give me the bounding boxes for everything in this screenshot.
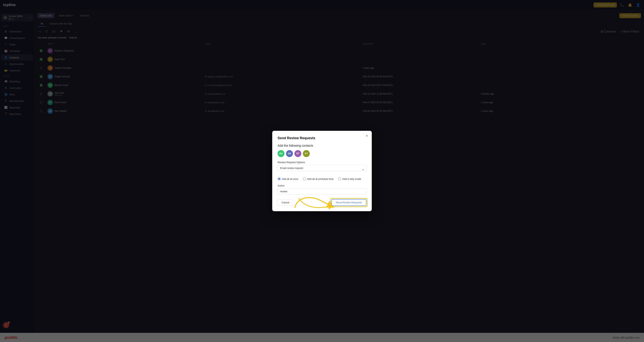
contact-avatar-kt: KT [303,150,310,157]
review-options-select-wrapper: Email review request [278,165,366,174]
cancel-button[interactable]: Cancel [278,199,293,206]
action-label: Action [278,184,366,187]
contact-avatars-row: MS DS RT KT [278,150,366,157]
radio-group: Add all at once Add all at schedule time… [278,177,366,180]
modal-footer: Cancel Send Review Requests [278,199,366,206]
send-button-wrapper: Send Review Requests [332,199,366,206]
modal-title: Send Review Requests [278,136,366,140]
review-options-label: Review Request Options [278,161,366,164]
modal-close-button[interactable]: × [366,134,368,138]
review-options-select[interactable]: Email review request [278,165,366,171]
contact-avatar-ds: DS [286,150,293,157]
radio-add-at-once[interactable]: Add all at once [278,177,298,180]
modal-overlay: × Send Review Requests Add the following… [0,0,644,342]
radio-add-drip[interactable]: Add in drip mode [338,177,361,180]
radio-input-add-at-schedule[interactable] [303,177,306,180]
radio-input-add-at-once[interactable] [278,177,281,180]
contact-avatar-rt: RT [294,150,301,157]
action-input[interactable] [278,188,366,194]
radio-add-at-schedule[interactable]: Add all at schedule time [303,177,334,180]
modal-subtitle: Add the following contacts [278,144,366,148]
send-review-requests-modal: × Send Review Requests Add the following… [272,131,372,211]
radio-input-add-drip[interactable] [338,177,341,180]
send-review-requests-button[interactable]: Send Review Requests [332,199,366,206]
contact-avatar-ms: MS [278,150,284,157]
